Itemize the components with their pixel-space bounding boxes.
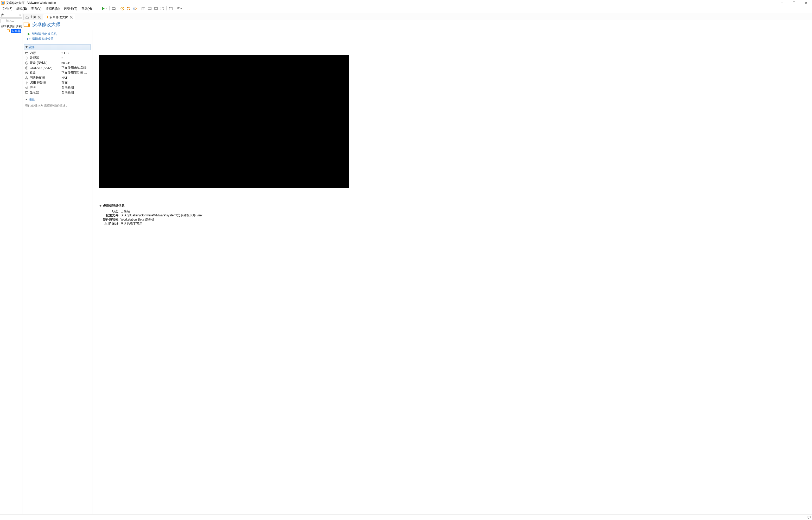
section-header-description[interactable]: 描述 <box>24 97 90 102</box>
svg-point-11 <box>133 8 135 9</box>
section-title: 描述 <box>29 97 35 102</box>
tab-vm[interactable]: 安卓修改大师 <box>43 14 75 20</box>
toolbar-separator <box>175 6 175 10</box>
sound-icon <box>25 86 29 89</box>
svg-rect-13 <box>142 7 143 10</box>
menu-vm[interactable]: 虚拟机(M) <box>44 6 62 11</box>
menu-tabs[interactable]: 选项卡(T) <box>62 6 79 11</box>
memory-icon <box>25 51 29 55</box>
vm-console-preview[interactable] <box>99 55 349 188</box>
power-on-button[interactable] <box>101 6 108 11</box>
svg-rect-58 <box>26 72 27 72</box>
device-value: 自动检测 <box>61 90 74 95</box>
details-row: 主 IP 地址:网络信息不可用 <box>103 222 810 226</box>
toolbar-separator <box>118 6 118 10</box>
menu-edit[interactable]: 编辑(E) <box>14 6 29 11</box>
unity-mode-button[interactable] <box>176 6 183 11</box>
device-row[interactable]: CD/DVD (SATA)正在使用未知后端 <box>25 66 90 70</box>
enter-fullscreen-button[interactable] <box>168 6 174 11</box>
send-ctrl-alt-del-button[interactable] <box>111 6 117 11</box>
usb-icon <box>25 81 29 85</box>
device-row[interactable]: 网络适配器NAT <box>25 75 90 80</box>
section-header-devices[interactable]: 设备 <box>24 44 90 50</box>
tree-node-my-computer[interactable]: ⊟ 我的计算机 <box>1 24 22 29</box>
tree-collapse-icon[interactable]: ⊟ <box>1 25 3 28</box>
device-row[interactable]: USB 控制器存在 <box>25 80 90 85</box>
edit-vm-settings-link[interactable]: 编辑虚拟机设置 <box>27 37 90 41</box>
device-row[interactable]: 内存2 GB <box>25 51 90 55</box>
show-library-button[interactable] <box>140 6 146 11</box>
cd-icon <box>25 66 29 70</box>
settings-icon <box>27 37 31 41</box>
details-key: 配置文件: <box>103 213 119 217</box>
svg-marker-69 <box>100 205 102 207</box>
tab-label: 主页 <box>30 15 36 19</box>
window-title: 安卓修改大师 - VMware Workstation <box>6 1 776 5</box>
tree-node-vm[interactable]: 安卓修 <box>1 29 22 33</box>
menu-file[interactable]: 文件(F) <box>0 6 14 11</box>
svg-rect-19 <box>161 7 163 10</box>
chevron-down-icon <box>99 205 102 207</box>
svg-line-54 <box>27 63 28 64</box>
stretch-guest-button[interactable] <box>159 6 165 11</box>
device-name: 软盘 <box>30 71 36 75</box>
svg-rect-37 <box>28 24 29 27</box>
continue-running-vm-link[interactable]: 继续运行此虚拟机 <box>27 32 90 36</box>
device-value: 正在使用未知后端 <box>61 66 86 70</box>
window-minimize-button[interactable] <box>776 0 788 6</box>
svg-rect-59 <box>26 73 27 74</box>
snapshot-revert-button[interactable] <box>126 6 132 11</box>
tab-home[interactable]: 主页 <box>23 14 43 20</box>
thumbnail-bar-button[interactable] <box>146 6 153 11</box>
devices-list: 内存2 GB处理器2硬盘 (NVMe)60 GBCD/DVD (SATA)正在使… <box>24 50 90 96</box>
svg-rect-27 <box>9 30 9 32</box>
svg-rect-8 <box>113 9 114 10</box>
device-row[interactable]: 声卡自动检测 <box>25 85 90 90</box>
svg-rect-47 <box>26 57 28 59</box>
svg-rect-7 <box>112 7 115 10</box>
computer-icon <box>3 24 6 28</box>
device-value: 存在 <box>61 80 67 85</box>
messages-icon[interactable] <box>807 516 811 519</box>
display-icon <box>25 91 29 95</box>
svg-marker-10 <box>127 7 128 8</box>
device-row[interactable]: 显示器自动检测 <box>25 90 90 95</box>
app-icon <box>1 1 5 5</box>
toolbar-separator <box>139 6 139 10</box>
library-close-button[interactable]: × <box>18 14 22 17</box>
device-row[interactable]: 软盘正在使用驱动器 … <box>25 70 90 75</box>
details-key: 硬件兼容性: <box>103 217 119 222</box>
library-search-input[interactable] <box>1 18 22 23</box>
cpu-icon <box>25 56 29 60</box>
tab-close-icon[interactable] <box>38 16 41 19</box>
tab-close-icon[interactable] <box>70 16 73 19</box>
section-title: 设备 <box>29 45 35 50</box>
snapshot-take-button[interactable] <box>119 6 126 11</box>
svg-rect-38 <box>29 24 30 27</box>
window-close-button[interactable] <box>800 0 812 6</box>
library-tree[interactable]: ⊟ 我的计算机 安卓修 <box>0 23 22 516</box>
section-header-details[interactable]: 虚拟机详细信息 <box>99 204 810 208</box>
library-title: 库 <box>1 13 4 18</box>
svg-point-61 <box>26 78 27 79</box>
menu-view[interactable]: 查看(V) <box>29 6 44 11</box>
description-placeholder[interactable]: 在此处键入对该虚拟机的描述。 <box>24 102 90 109</box>
device-row[interactable]: 硬盘 (NVMe)60 GB <box>25 60 90 66</box>
device-name: 硬盘 (NVMe) <box>30 61 48 65</box>
window-maximize-button[interactable] <box>788 0 800 6</box>
device-row[interactable]: 处理器2 <box>25 55 90 60</box>
svg-point-53 <box>27 63 27 63</box>
details-key: 主 IP 地址: <box>103 222 119 226</box>
device-name: 网络适配器 <box>30 76 45 80</box>
snapshot-manager-button[interactable] <box>132 6 138 11</box>
toolbar-separator <box>166 6 167 10</box>
device-value: 正在使用驱动器 … <box>61 71 87 75</box>
show-console-button[interactable] <box>153 6 159 11</box>
svg-rect-14 <box>143 7 145 10</box>
device-name: USB 控制器 <box>30 80 46 85</box>
statusbar <box>22 514 812 520</box>
menu-help[interactable]: 帮助(H) <box>79 6 94 11</box>
details-grid: 状态:已挂起配置文件:D:\AppGallery\Software\VMware… <box>99 208 810 226</box>
chevron-down-icon <box>25 98 28 101</box>
svg-point-62 <box>27 78 28 79</box>
